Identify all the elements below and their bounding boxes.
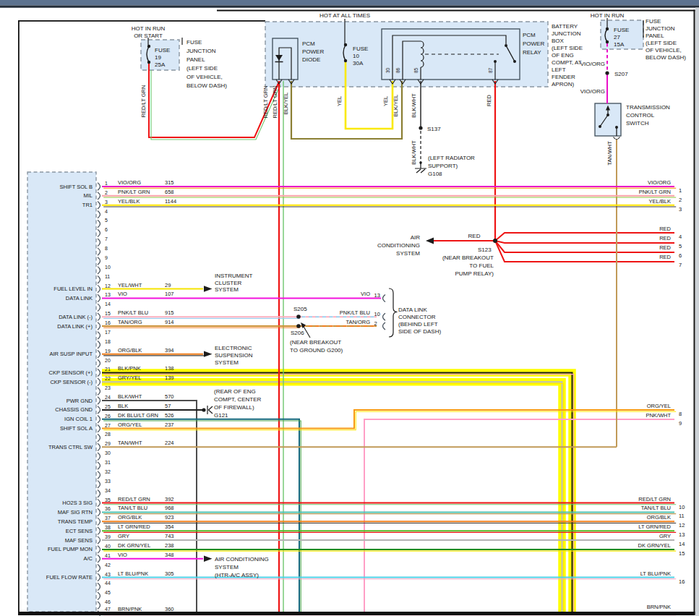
pin-function-label: TRANS CTRL SW bbox=[48, 444, 93, 450]
pin-number: 2 bbox=[105, 190, 108, 195]
pin-number: 42 bbox=[105, 562, 111, 568]
pin-arc-33 bbox=[98, 481, 100, 488]
wire-color-label: LT BLU/PNK bbox=[118, 570, 148, 577]
svg-text:FENDER: FENDER bbox=[552, 74, 575, 80]
pin-arc-16 bbox=[98, 322, 100, 330]
wire-color-label: BLK/WHT bbox=[118, 393, 142, 400]
pin-arc-6 bbox=[98, 229, 100, 236]
pin-arc-14 bbox=[98, 304, 100, 311]
svg-text:(NEAR BREAKOUT: (NEAR BREAKOUT bbox=[442, 254, 494, 261]
pin-number: 47 bbox=[105, 607, 111, 612]
pin-arc-32 bbox=[98, 471, 100, 479]
window-titlebar[interactable] bbox=[0, 0, 699, 6]
pin-number: 46 bbox=[105, 599, 111, 604]
svg-text:27: 27 bbox=[614, 34, 620, 40]
arrow-right-icon bbox=[204, 286, 213, 291]
right-edge-number: 2 bbox=[679, 197, 682, 203]
hot-at-all-times: HOT AT ALL TIMES bbox=[320, 12, 370, 19]
svg-text:BELOW DASH): BELOW DASH) bbox=[646, 54, 686, 61]
svg-text:BLK/WHT: BLK/WHT bbox=[411, 140, 417, 165]
right-edge-wire-label: RED bbox=[659, 226, 671, 232]
pin-function-label: DATA LINK (+) bbox=[57, 323, 93, 330]
right-edge-number: 14 bbox=[679, 541, 685, 547]
svg-text:PUMP RELAY): PUMP RELAY) bbox=[455, 270, 494, 277]
splice-s207 bbox=[605, 71, 609, 74]
wire-color-label: GRY/YEL bbox=[118, 375, 141, 381]
right-edge-wire-label: TAN/LT BLU bbox=[641, 505, 671, 511]
labels: HOT IN RUN OR START FUSE 19 25A FUSE JUN… bbox=[132, 12, 687, 578]
circuit-number: 237 bbox=[165, 422, 174, 428]
svg-text:TO GROUND G200): TO GROUND G200) bbox=[290, 347, 343, 354]
red-wire-label: RED bbox=[468, 233, 481, 239]
svg-text:TAN/WHT: TAN/WHT bbox=[606, 141, 613, 166]
pin-function-label: MAF SIG RTN bbox=[58, 509, 93, 516]
svg-text:SIDE OF DASH): SIDE OF DASH) bbox=[398, 328, 441, 335]
diode-label: PCM bbox=[302, 40, 315, 47]
wire-color-label: TAN/LT BLU bbox=[118, 505, 147, 511]
right-edge-number: 4 bbox=[679, 234, 682, 240]
circuit-number: 57 bbox=[165, 403, 171, 409]
pin-function-label: CHASSIS GND bbox=[55, 406, 93, 413]
right-edge-wire-label: RED bbox=[659, 235, 671, 241]
fuse27-header: HOT IN RUN bbox=[591, 12, 625, 19]
right-edge-wire-label: RED bbox=[659, 244, 671, 251]
right-edge-number: 9 bbox=[679, 420, 682, 427]
pin-arc-45 bbox=[98, 592, 100, 599]
right-edge-wire-label: RED/LT GRN bbox=[638, 496, 671, 502]
pin-arc-17 bbox=[98, 332, 100, 339]
wire-color-label: TAN/ORG bbox=[118, 319, 142, 325]
pin-number: 1 bbox=[105, 181, 108, 186]
svg-text:G108: G108 bbox=[428, 171, 442, 177]
svg-text:(LEFT SIDE: (LEFT SIDE bbox=[186, 65, 218, 72]
pin-function-label: HO2S 3 SIG bbox=[62, 500, 93, 506]
wire-BLK/WHT bbox=[102, 401, 197, 612]
svg-text:30A: 30A bbox=[353, 60, 364, 67]
pin-arc-7 bbox=[98, 239, 100, 246]
pin-arc-39 bbox=[98, 536, 100, 544]
pin-number: 32 bbox=[105, 469, 111, 474]
right-edge-wire-label: GRY bbox=[659, 533, 671, 539]
right-gutter bbox=[695, 8, 699, 616]
wire-color-label: BLK bbox=[118, 403, 128, 409]
pin-arc-8 bbox=[98, 248, 100, 255]
wire-color-label: TAN/WHT bbox=[118, 440, 142, 446]
pin-number: 16 bbox=[105, 320, 111, 325]
svg-text:CONTROL: CONTROL bbox=[626, 112, 655, 119]
switch-exit-arc bbox=[614, 137, 620, 140]
svg-text:SYSTEM: SYSTEM bbox=[215, 359, 239, 366]
pin-number: 3 bbox=[105, 200, 108, 205]
pin-number: 29 bbox=[105, 441, 111, 446]
generated-labels: 1SHIFT SOL BVIO/ORG3152MILPNK/LT GRN6583… bbox=[46, 179, 685, 612]
wire-color-label: YEL/WHT bbox=[118, 282, 142, 288]
pin-arc-27 bbox=[98, 424, 100, 432]
pin-arc-40 bbox=[98, 546, 100, 553]
arrow-right-icon bbox=[204, 556, 213, 562]
pin-function-label: DATA LINK (-) bbox=[59, 314, 93, 320]
pin-arc-25 bbox=[98, 406, 100, 414]
svg-text:25A: 25A bbox=[155, 61, 166, 68]
dlc-pin-arc bbox=[383, 322, 386, 330]
pin-function-label: FUEL PUMP MON bbox=[48, 546, 93, 552]
svg-text:SYSTEM: SYSTEM bbox=[215, 564, 239, 570]
arrow-right-icon bbox=[204, 351, 213, 356]
pin-function-label: TR1 bbox=[82, 202, 93, 208]
pin-number: 40 bbox=[105, 544, 111, 549]
pin-number: 24 bbox=[105, 395, 111, 400]
pin-arc-43 bbox=[98, 573, 100, 581]
dlc-pin-number: 13 bbox=[374, 292, 380, 299]
wire-color-label: VIO bbox=[118, 552, 127, 558]
pin-number: 6 bbox=[105, 227, 108, 232]
wire-color-label: BRN/PNK bbox=[118, 606, 142, 612]
svg-text:(LEFT SIDE: (LEFT SIDE bbox=[552, 45, 583, 51]
pin-arc-23 bbox=[98, 388, 100, 395]
circuit-number: 915 bbox=[165, 309, 174, 316]
pin-number: 12 bbox=[105, 283, 111, 288]
s123-label: S123 bbox=[478, 247, 492, 253]
wire-red-fan-2 bbox=[495, 241, 674, 243]
pin-number: 17 bbox=[105, 330, 111, 335]
pin-number: 18 bbox=[105, 339, 111, 344]
pin-number: 11 bbox=[105, 274, 110, 279]
wire-blk-yel bbox=[291, 81, 402, 139]
circuit-number: 354 bbox=[165, 523, 174, 530]
circuit-number: 138 bbox=[165, 365, 174, 372]
